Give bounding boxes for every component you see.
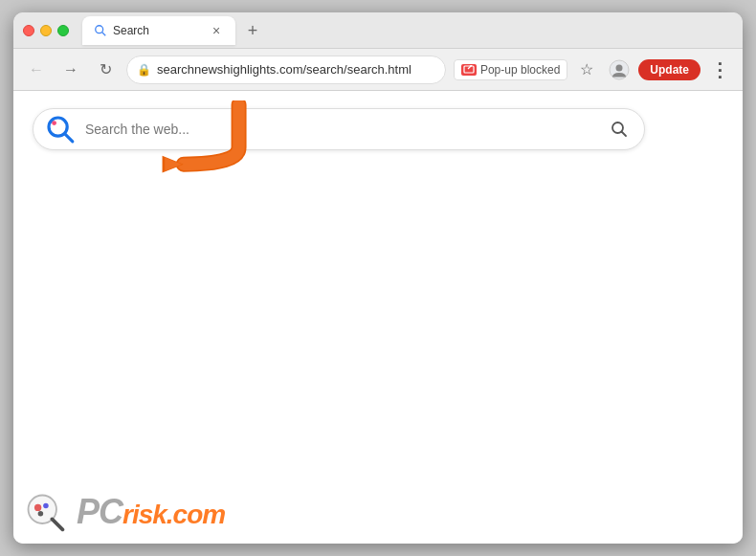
watermark-text: PCrisk.com — [77, 492, 225, 532]
page-content: PCrisk.com — [13, 91, 743, 544]
reload-button[interactable]: ↻ — [92, 56, 119, 83]
svg-point-19 — [38, 511, 44, 517]
toolbar-right: Pop-up blocked ☆ Update ⋮ — [454, 56, 733, 83]
update-button[interactable]: Update — [638, 59, 700, 80]
svg-marker-14 — [165, 158, 182, 171]
svg-line-16 — [52, 519, 62, 529]
svg-point-17 — [34, 504, 41, 511]
popup-blocked-label: Pop-up blocked — [480, 63, 560, 77]
search-bar-container — [33, 108, 645, 150]
svg-line-11 — [622, 132, 627, 137]
address-bar-row: ← → ↻ 🔒 searchnewshighlights.com/search/… — [13, 49, 743, 91]
search-input[interactable] — [85, 122, 596, 137]
maximize-window-button[interactable] — [57, 25, 69, 36]
watermark-risk: risk.com — [122, 500, 225, 529]
browser-window: Search × + ← → ↻ 🔒 searchnewshighlights.… — [13, 12, 743, 544]
svg-point-0 — [96, 25, 103, 33]
lock-icon: 🔒 — [137, 63, 151, 77]
address-bar[interactable]: 🔒 searchnewshighlights.com/search/search… — [126, 56, 446, 84]
watermark: PCrisk.com — [23, 490, 225, 534]
close-window-button[interactable] — [23, 25, 34, 36]
traffic-lights — [23, 25, 69, 36]
title-bar: Search × + — [13, 12, 743, 49]
bookmark-button[interactable]: ☆ — [573, 56, 600, 83]
tab-search-icon — [94, 24, 107, 37]
popup-blocked-indicator[interactable]: Pop-up blocked — [454, 59, 567, 80]
svg-point-18 — [43, 503, 49, 509]
active-tab[interactable]: Search × — [82, 16, 235, 45]
url-text: searchnewshighlights.com/search/search.h… — [157, 62, 435, 77]
profile-button[interactable] — [606, 56, 633, 83]
svg-line-1 — [102, 32, 106, 35]
tab-title: Search — [113, 24, 203, 37]
pcrisk-logo-icon — [23, 490, 67, 534]
svg-line-8 — [65, 134, 73, 142]
svg-marker-13 — [163, 156, 184, 173]
search-logo-icon — [45, 114, 76, 145]
back-button[interactable]: ← — [23, 56, 50, 83]
search-submit-button[interactable] — [606, 116, 633, 143]
tab-close-button[interactable]: × — [209, 23, 224, 38]
svg-point-6 — [616, 64, 623, 71]
watermark-pc: PC — [77, 492, 122, 531]
tab-area: Search × + — [82, 16, 733, 45]
popup-blocked-icon — [461, 64, 477, 76]
svg-point-9 — [52, 121, 56, 125]
more-options-button[interactable]: ⋮ — [706, 56, 733, 83]
minimize-window-button[interactable] — [40, 25, 52, 36]
forward-button[interactable]: → — [57, 56, 84, 83]
svg-rect-2 — [464, 66, 474, 73]
new-tab-button[interactable]: + — [239, 18, 266, 45]
